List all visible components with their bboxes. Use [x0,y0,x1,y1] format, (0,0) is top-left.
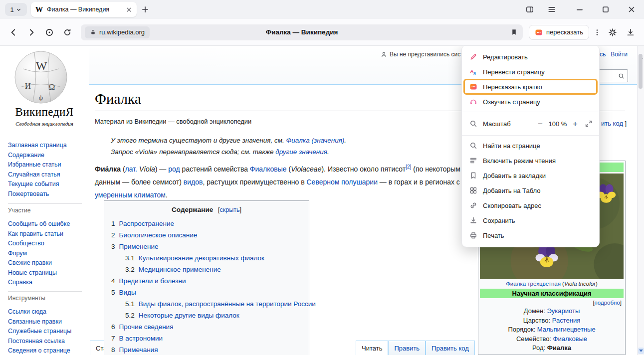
wiki-link[interactable]: Войти [611,51,628,58]
sidebar-link[interactable]: Форум [8,249,86,259]
wiki-link[interactable]: [2] [406,164,411,170]
summarize-button[interactable]: пересказать [529,25,589,40]
menu-group-2: Найти на странице Включить режим чтения … [462,138,599,243]
more-options-button[interactable] [592,25,602,40]
back-button[interactable] [6,25,21,40]
extensions-icon[interactable] [605,25,620,40]
toc-link[interactable]: Прочие сведения [119,323,174,331]
browser-window: 1 W Фиалка — Википедия ru.wiki [0,0,644,355]
downloads-button[interactable] [623,25,638,40]
sidebar-link[interactable]: Новые страницы [8,268,86,278]
wiki-link[interactable]: Эукариоты [547,307,580,315]
wiki-link[interactable]: видов [184,178,203,186]
sidebar-link[interactable]: Как править статьи [8,229,86,239]
sidebar-link[interactable]: Связанные правки [8,317,86,327]
hatnote: Запрос «Viola» перенаправляется сюда; см… [111,148,329,156]
sidebar-link[interactable]: Пожертвовать [8,189,86,199]
zoom-icon [469,120,477,128]
toc-link[interactable]: Применение [119,243,159,250]
text-run: ( [287,165,291,173]
zoom-in-button[interactable]: + [570,120,581,128]
text-run: Víola [139,165,155,173]
toc-link[interactable]: Вредители и болезни [119,277,186,285]
menu-item[interactable]: Включить режим чтения [462,153,599,168]
wiki-link[interactable]: род [168,165,180,173]
wiki-link[interactable]: другие значения [275,148,327,156]
wikipedia-wordmark[interactable]: ВикипедиЯ [0,106,89,119]
menu-item[interactable]: Перевести страницу [462,64,599,79]
wiki-link[interactable]: Фиалка (значения) [286,137,345,144]
toc-link[interactable]: Некоторые другие виды фиалок [139,312,239,319]
toc-link[interactable]: Виды фиалок, распространённые на террито… [139,300,316,308]
details-link[interactable]: [подробно] [480,298,624,306]
menu-item[interactable]: Скопировать адрес [462,198,599,213]
scroll-down-arrow[interactable] [638,348,644,354]
address-bar[interactable]: ru.wikipedia.org Фиалка — Википедия [81,24,523,40]
sidebar-link[interactable]: Заглавная страница [8,141,86,151]
wikipedia-logo[interactable]: W И Ω ф [13,49,69,105]
toc-hide-toggle[interactable]: [скрыть] [218,206,241,213]
bookmark-flag-icon[interactable] [510,28,518,36]
menu-item[interactable]: Печать [462,228,599,243]
toc-link[interactable]: Распространение [119,220,175,227]
sidebar-link[interactable]: Постоянная ссылка [8,337,86,347]
sidebar-link[interactable]: Текущие события [8,179,86,189]
text-run: Viola tricolor [564,281,596,287]
sidebar-link[interactable]: Содержание [8,151,86,161]
sidebar-link[interactable]: Избранные статьи [8,160,86,170]
toc-link[interactable]: Медицинское применение [139,266,221,273]
menu-item[interactable]: Найти на странице [462,138,599,153]
side-panel-icon[interactable] [525,5,534,14]
wiki-link[interactable]: подробно [595,300,620,306]
wiki-link[interactable]: сь [600,51,606,58]
wiki-link[interactable]: Фиалковые [250,165,287,173]
reload-button[interactable] [60,25,75,40]
toc-link[interactable]: Примечания [119,346,158,354]
text-run: , растущих преимущественно в [203,178,307,186]
menu-item[interactable]: Озвучить страницу [462,94,599,109]
sidebar-link[interactable]: Служебные страницы [8,327,86,337]
toc-link[interactable]: Виды [119,289,136,296]
zoom-out-button[interactable]: − [535,120,546,128]
sidebar-link[interactable]: Справка [8,278,86,288]
domain-chip[interactable]: ru.wikipedia.org [85,26,150,38]
browser-menu-icon[interactable] [547,5,556,14]
menu-item[interactable]: Редактировать [462,49,599,64]
scrollbar-thumb[interactable] [639,54,643,89]
tab-counter[interactable]: 1 [5,3,27,16]
tab-title: Фиалка — Википедия [47,6,122,13]
tab-close-icon[interactable] [126,6,132,13]
menu-item[interactable]: Пересказать кратко [462,79,599,94]
sidebar-link[interactable]: Случайная статья [8,170,86,180]
forward-button[interactable] [24,25,39,40]
wiki-link[interactable]: Мальпигиецветные [537,326,596,333]
wiki-link[interactable]: Фиалковые [553,335,588,343]
search-icon[interactable] [618,73,625,79]
wiki-link[interactable]: Растения [552,317,581,324]
browser-tab[interactable]: W Фиалка — Википедия [31,2,137,17]
close-window-button[interactable] [627,5,636,14]
sidebar-link[interactable]: Сведения о странице [8,346,86,355]
wiki-link[interactable]: лат. [125,165,137,173]
new-tab-button[interactable] [141,5,150,14]
protect-icon[interactable] [42,25,57,40]
sidebar-link[interactable]: Ссылки сюда [8,307,86,317]
wiki-link[interactable]: Фиалка трёхцветная [506,281,561,287]
wiki-link[interactable]: Северном полушарии [307,178,378,186]
wiki-link[interactable]: скрыть [220,206,240,213]
toc-link[interactable]: Биологическое описание [119,231,198,239]
fullscreen-icon[interactable] [585,120,593,128]
toc-link[interactable]: В астрономии [119,335,163,342]
wiki-link[interactable]: умеренным климатом [95,191,166,199]
sidebar-link[interactable]: Свежие правки [8,258,86,268]
minimize-button[interactable] [575,5,584,14]
menu-item[interactable]: Добавить в закладки [462,168,599,183]
sidebar-link[interactable]: Сообщество [8,239,86,249]
menu-item[interactable]: Добавить на Табло [462,183,599,198]
page-scrollbar[interactable] [637,46,644,355]
sidebar-link[interactable]: Сообщить об ошибке [8,219,86,229]
maximize-button[interactable] [601,5,610,14]
toc-link[interactable]: Культивирование декоративных фиалок [139,254,264,262]
text-run: ( [121,165,125,173]
menu-item[interactable]: Сохранить [462,213,599,228]
